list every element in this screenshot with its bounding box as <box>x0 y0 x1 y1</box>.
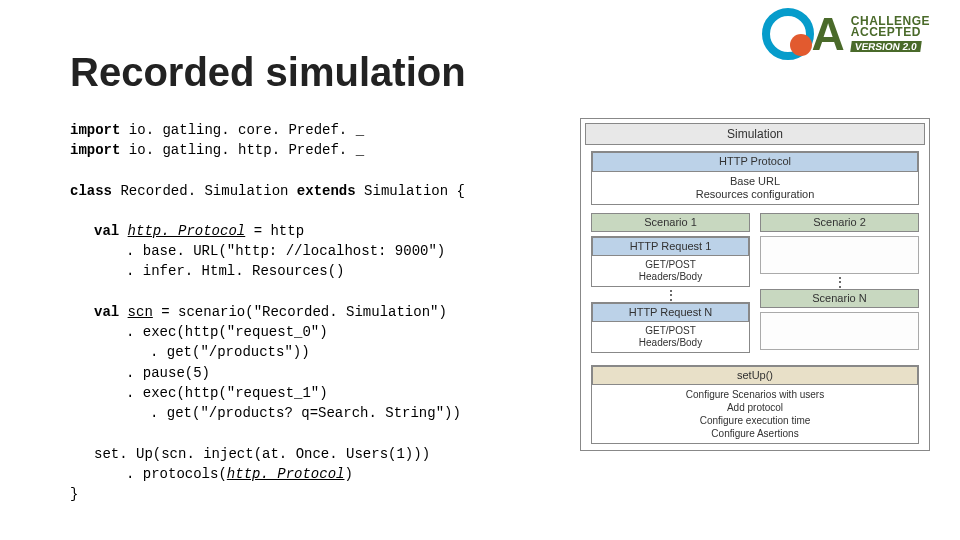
ellipsis-icon: ⋮ <box>591 291 750 299</box>
code-text: . protocols( <box>126 466 227 482</box>
diagram-scenario-2-header: Scenario 2 <box>760 213 919 232</box>
diagram-protocol-body: Base URL Resources configuration <box>592 172 918 204</box>
diagram-request-n-header: HTTP Request N <box>592 303 749 322</box>
diagram-protocol-header: HTTP Protocol <box>592 152 918 171</box>
code-line: } <box>70 484 570 504</box>
kw-import: import <box>70 122 120 138</box>
code-text: io. gatling. core. Predef. _ <box>120 122 364 138</box>
diagram-request-n-body: GET/POST Headers/Body <box>592 322 749 352</box>
code-line: . get("/products")) <box>70 342 570 362</box>
code-text: ) <box>344 466 352 482</box>
diagram-scenario-1-col: Scenario 1 HTTP Request 1 GET/POST Heade… <box>591 213 750 357</box>
diagram-placeholder <box>760 312 919 350</box>
code-ident: scn <box>128 304 153 320</box>
code-line: . pause(5) <box>70 363 570 383</box>
diagram-scenario-2-col: Scenario 2 ⋮ Scenario N <box>760 213 919 357</box>
code-ident: http. Protocol <box>128 223 246 239</box>
code-text: = scenario("Recorded. Simulation") <box>153 304 447 320</box>
slide-title: Recorded simulation <box>70 50 466 95</box>
code-text: = http <box>245 223 304 239</box>
code-text: Recorded. Simulation <box>120 183 296 199</box>
diagram-placeholder <box>760 236 919 274</box>
kw-extends: extends <box>297 183 364 199</box>
ellipsis-icon: ⋮ <box>760 278 919 286</box>
code-line: . exec(http("request_1") <box>70 383 570 403</box>
diagram-http-protocol: HTTP Protocol Base URL Resources configu… <box>591 151 919 205</box>
logo-text: CHALLENGE ACCEPTED VERSION 2.0 <box>851 16 930 52</box>
kw-class: class <box>70 183 120 199</box>
logo-letter: A <box>812 16 845 53</box>
code-text: io. gatling. http. Predef. _ <box>120 142 364 158</box>
code-line: set. Up(scn. inject(at. Once. Users(1))) <box>70 444 570 464</box>
kw-val: val <box>94 223 128 239</box>
logo-circle-icon <box>762 8 814 60</box>
code-line: . base. URL("http: //localhost: 9000") <box>70 241 570 261</box>
diagram-setup: setUp() Configure Scenarios with users A… <box>591 365 919 444</box>
code-line: . infer. Html. Resources() <box>70 261 570 281</box>
diagram-request-1-body: GET/POST Headers/Body <box>592 256 749 286</box>
kw-import: import <box>70 142 120 158</box>
diagram-request-1-header: HTTP Request 1 <box>592 237 749 256</box>
diagram-request-n: HTTP Request N GET/POST Headers/Body <box>591 302 750 353</box>
diagram-setup-body: Configure Scenarios with users Add proto… <box>592 385 918 443</box>
diagram-scenario-n-header: Scenario N <box>760 289 919 308</box>
code-line: . exec(http("request_0") <box>70 322 570 342</box>
code-ident: http. Protocol <box>227 466 345 482</box>
logo-version-badge: VERSION 2.0 <box>850 41 921 52</box>
diagram-request-1: HTTP Request 1 GET/POST Headers/Body <box>591 236 750 287</box>
brand-logo: A CHALLENGE ACCEPTED VERSION 2.0 <box>762 8 930 60</box>
diagram-setup-header: setUp() <box>592 366 918 385</box>
code-block: import io. gatling. core. Predef. _ impo… <box>70 120 570 504</box>
diagram-scenario-1-header: Scenario 1 <box>591 213 750 232</box>
logo-line2: ACCEPTED <box>851 27 930 38</box>
kw-val: val <box>94 304 128 320</box>
architecture-diagram: Simulation HTTP Protocol Base URL Resour… <box>580 118 930 451</box>
code-line: . get("/products? q=Search. String")) <box>70 403 570 423</box>
code-text: Simulation { <box>364 183 465 199</box>
diagram-simulation-header: Simulation <box>585 123 925 145</box>
